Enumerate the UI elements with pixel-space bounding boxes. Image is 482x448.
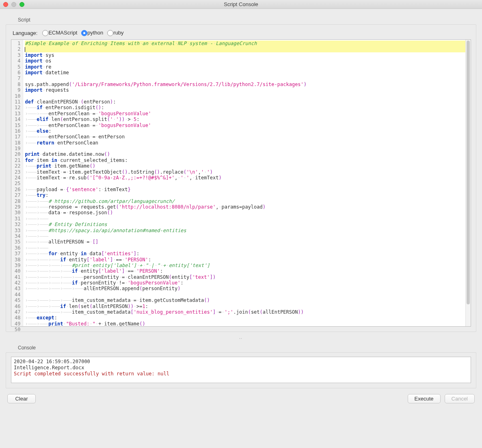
console-output: 2020-04-22 16:59:05.207000Intelligence.R… [11, 357, 471, 383]
code-line[interactable]: ›———›———entPersonClean·=·entPerson [25, 134, 469, 140]
code-line[interactable]: ›———›——— [25, 245, 469, 251]
code-line[interactable]: ›———itemText·=·re.sub('[^0-9a-zA-Z.,;:=+… [25, 175, 469, 181]
cancel-button[interactable]: Cancel [445, 394, 475, 403]
code-line[interactable]: ›———payload·=·{'sentence':·itemText} [25, 187, 469, 192]
script-panel: Language: ECMAScriptpythonruby 123456789… [6, 24, 476, 332]
language-option-label[interactable]: ruby [113, 30, 123, 36]
code-line[interactable]: ›———›———›———if·len(set(allEntPERSON))·>=… [25, 304, 469, 309]
code-line[interactable]: ›———›——— [25, 233, 469, 239]
code-line[interactable]: ›———›———›———›———item_custom_metadata·=·i… [25, 297, 469, 303]
code-line[interactable]: def·cleanEntPERSON·(entPerson): [25, 99, 469, 105]
code-editor[interactable]: 1234567891011121314151617181920212223242… [11, 39, 471, 327]
code-line[interactable]: sys.path.append('/Library/Frameworks/Pyt… [25, 82, 469, 87]
code-line[interactable] [25, 75, 469, 81]
code-line[interactable]: ›———›———›———›———›———personEntity·=·clean… [25, 274, 469, 280]
code-line[interactable]: ›———try: [25, 192, 469, 198]
window-title: Script Console [0, 1, 482, 7]
code-line[interactable]: import·datetime [25, 70, 469, 75]
code-line[interactable]: ›———›———›———›———›———allEntPERSON.append(… [25, 286, 469, 291]
code-line[interactable]: ›———›———›———if·entity['label']·==·'PERSO… [25, 257, 469, 263]
code-line[interactable]: ›———›———for·entity·in·data['entities']: [25, 251, 469, 256]
code-line[interactable]: print·datetime.datetime.now() [25, 151, 469, 157]
code-line[interactable]: ›———›——— [25, 216, 469, 222]
code-line[interactable]: ›———›———›———›———item_custom_metadata['nu… [25, 309, 469, 315]
close-icon[interactable] [3, 2, 8, 7]
language-radio-python[interactable] [81, 30, 87, 36]
code-line[interactable]: import·requests [25, 87, 469, 93]
code-line[interactable] [25, 93, 469, 99]
code-line[interactable] [25, 181, 469, 186]
code-line[interactable]: import·re [25, 64, 469, 70]
code-line[interactable]: ›———›———response·=·requests.get('http://… [25, 204, 469, 210]
code-line[interactable]: ›———›———›———›———if·personEntity·!=·'bogu… [25, 280, 469, 286]
language-option-label[interactable]: ECMAScript [48, 30, 77, 36]
line-gutter: 1234567891011121314151617181920212223242… [11, 40, 23, 326]
scrollbar-thumb[interactable] [467, 41, 470, 304]
vertical-scrollbar[interactable] [465, 40, 471, 326]
code-line[interactable]: ›———›———entPersonClean·=·'bogusPersonVal… [25, 123, 469, 128]
titlebar: Script Console [0, 0, 482, 9]
code-line[interactable]: ›———›———print·"Busted:·"·+·item.getName(… [25, 321, 469, 326]
code-textarea[interactable]: #Simple·Example·of·Enriching·Items·with·… [23, 40, 471, 326]
code-line[interactable]: ›———›———#https://spacy.io/api/annotation… [25, 228, 469, 233]
language-row: Language: ECMAScriptpythonruby [11, 29, 471, 39]
code-line[interactable]: ›———return·entPersonClean [25, 140, 469, 146]
language-radio-ecmascript[interactable] [42, 30, 48, 36]
console-line: Script completed successfully with retur… [14, 371, 468, 377]
language-label: Language: [13, 30, 37, 36]
code-line[interactable]: ›———›———data·=·response.json() [25, 210, 469, 215]
code-line[interactable]: ›———›———›———›———if·entity['label']·==·'P… [25, 268, 469, 274]
console-panel: 2020-04-22 16:59:05.207000Intelligence.R… [6, 352, 476, 388]
code-line[interactable]: #Simple·Example·of·Enriching·Items·with·… [25, 41, 469, 46]
code-line[interactable]: ›———›———entPersonClean·=·'bogusPersonVal… [25, 111, 469, 116]
code-line[interactable]: ›———else: [25, 128, 469, 134]
language-option-label[interactable]: python [87, 30, 103, 36]
console-panel-label: Console [18, 345, 476, 351]
code-line[interactable]: ›———›———#·https://github.com/artpar/lang… [25, 198, 469, 204]
console-line: Intelligence.Report.docx [14, 365, 468, 371]
maximize-icon[interactable] [19, 2, 24, 7]
button-row: Clear Execute Cancel [6, 391, 476, 403]
console-line: 2020-04-22 16:59:05.207000 [14, 359, 468, 365]
language-radio-ruby[interactable] [107, 30, 113, 36]
script-panel-label: Script [18, 17, 476, 23]
code-line[interactable]: ›———print·item.getName() [25, 163, 469, 169]
code-line[interactable]: import·sys [25, 52, 469, 58]
window-controls [3, 2, 24, 7]
code-line[interactable]: ›———itemText·=·item.getTextObject().toSt… [25, 169, 469, 175]
code-line[interactable]: ›———if·entPerson.isdigit(): [25, 105, 469, 110]
code-line[interactable]: ›———›———allEntPERSON·=·[] [25, 239, 469, 245]
code-line[interactable]: ›———elif·len(entPerson.split('·'))·>·5: [25, 116, 469, 122]
splitter-handle[interactable]: •• [6, 334, 476, 342]
window-body: Script Language: ECMAScriptpythonruby 12… [0, 9, 482, 448]
code-line[interactable] [25, 46, 469, 52]
code-line[interactable]: ›———›———#·Entity·Definitions [25, 222, 469, 227]
code-line[interactable]: for·item·in·current_selected_items: [25, 157, 469, 163]
code-line[interactable] [25, 146, 469, 151]
clear-button[interactable]: Clear [7, 394, 36, 403]
code-line[interactable] [25, 292, 469, 297]
code-line[interactable]: ›———›———›———›———#print·entity['label']·+… [25, 263, 469, 268]
code-line[interactable]: import·os [25, 58, 469, 64]
code-line[interactable]: ›———except: [25, 315, 469, 321]
minimize-icon[interactable] [11, 2, 16, 7]
execute-button[interactable]: Execute [408, 394, 441, 403]
